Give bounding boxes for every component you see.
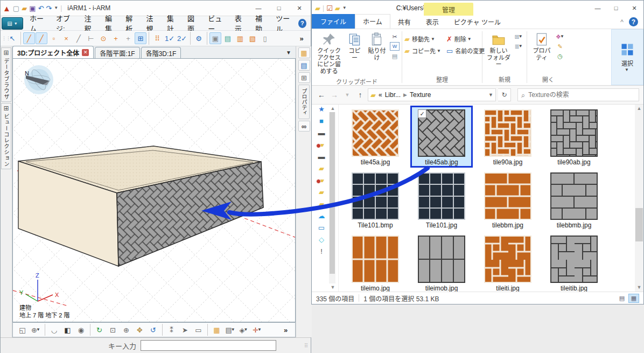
- refresh-button[interactable]: ↻: [498, 88, 511, 101]
- toolbar-overflow-icon[interactable]: »: [296, 32, 307, 44]
- search-input[interactable]: [528, 91, 635, 99]
- document-tab-2[interactable]: 各階3D:1F: [141, 47, 181, 58]
- folder-alert2-icon[interactable]: ▰: [319, 177, 324, 184]
- address-dropdown-icon[interactable]: ▼: [488, 92, 493, 98]
- breadcrumb-prefix[interactable]: «: [379, 91, 382, 99]
- hide-eye-icon[interactable]: ◡: [48, 324, 60, 336]
- back-button[interactable]: ←: [316, 91, 327, 99]
- nav-scroll-up-icon[interactable]: ▲: [329, 106, 337, 111]
- view-cube-icon[interactable]: ◱: [16, 324, 29, 336]
- erase-x-icon[interactable]: ×: [60, 32, 72, 44]
- resize-grip[interactable]: ⠿: [304, 343, 309, 349]
- delete-button[interactable]: ✗削除▼: [446, 34, 485, 43]
- history-icon[interactable]: ◷: [555, 52, 565, 60]
- file-item[interactable]: tile90ab.jpg: [543, 106, 605, 168]
- help-icon[interactable]: ?: [298, 19, 306, 28]
- file-scrollbar[interactable]: ▲ ▼: [635, 105, 643, 292]
- ribbon-tab-0[interactable]: ファイル: [312, 14, 355, 29]
- zoom-extents-icon[interactable]: ⊡: [107, 324, 119, 336]
- menu-item-11[interactable]: ツール: [271, 16, 298, 30]
- cut-icon[interactable]: ✂: [390, 32, 400, 41]
- grid-clock-icon[interactable]: ⊕▼: [30, 324, 42, 336]
- minimize-button[interactable]: —: [249, 2, 268, 14]
- menu-item-3[interactable]: 編集: [101, 16, 121, 30]
- manage-context-label[interactable]: 管理: [424, 3, 473, 16]
- properties-button[interactable]: プロパティ: [529, 31, 554, 62]
- open-folder-icon[interactable]: ▰: [22, 5, 27, 12]
- file-item[interactable]: Tile101.bmp: [344, 169, 407, 231]
- save-icon[interactable]: ▣: [29, 5, 36, 12]
- ribbon-tab-1[interactable]: ホーム: [355, 14, 390, 29]
- check-1-icon[interactable]: 1✓: [164, 32, 176, 44]
- viewport-toolbar-overflow-icon[interactable]: »: [279, 324, 292, 336]
- select-box-icon[interactable]: ▧: [247, 32, 258, 44]
- file-item[interactable]: Tile101.jpg: [410, 169, 473, 231]
- snap-center-icon[interactable]: +: [122, 32, 134, 44]
- rename-button[interactable]: ▭名前の変更: [446, 46, 485, 55]
- maximize-button[interactable]: □: [270, 2, 288, 14]
- folder-alert-icon[interactable]: ▰: [319, 141, 324, 148]
- new-document-icon[interactable]: ▢: [13, 5, 19, 12]
- menu-item-1[interactable]: オブジ:: [52, 16, 80, 30]
- app-menu-button[interactable]: ▤▼: [2, 17, 23, 30]
- file-item[interactable]: tile90a.jpg: [477, 106, 539, 168]
- folder2-icon[interactable]: ▰: [319, 189, 324, 196]
- tab-list-dropdown-icon[interactable]: ▼: [286, 50, 291, 56]
- material-icon[interactable]: ▦: [298, 47, 310, 58]
- paste-shortcut-icon[interactable]: ▤: [390, 52, 400, 60]
- menu-item-4[interactable]: 解析: [121, 16, 142, 30]
- folder-icon[interactable]: ▰: [335, 5, 340, 12]
- select-button[interactable]: 選択▼: [611, 29, 643, 85]
- document-tab-0[interactable]: 3D:プロジェクト全体✕: [12, 46, 94, 58]
- draw-perp-icon[interactable]: ⊢: [85, 32, 97, 44]
- key-input-field[interactable]: [141, 340, 276, 351]
- flythrough-icon[interactable]: ➤: [179, 324, 191, 336]
- overflow-icon[interactable]: !: [320, 248, 323, 255]
- new-item-icon[interactable]: ⊞▼: [514, 32, 523, 41]
- axis-menu-icon[interactable]: ✛▼: [251, 324, 263, 336]
- copy-button[interactable]: コピー: [345, 31, 364, 62]
- dropbox-icon[interactable]: ■: [319, 117, 324, 124]
- file-item[interactable]: tile45a.jpg: [344, 106, 407, 168]
- open-with-icon[interactable]: ❖▼: [555, 32, 565, 41]
- file-item[interactable]: ✓ tile45ab.jpg: [410, 106, 473, 168]
- details-view-icon[interactable]: ▤: [617, 294, 627, 303]
- ribbon-tab-3[interactable]: 表示: [418, 15, 446, 29]
- properties-panel-tab[interactable]: プロパティ: [298, 85, 310, 119]
- select-cursor-icon[interactable]: ↖: [6, 32, 18, 44]
- file-item[interactable]: tileitib.jpg: [543, 232, 605, 292]
- move-to-button[interactable]: ▰移動先▼: [404, 34, 441, 43]
- paste-button[interactable]: 貼り付け: [365, 31, 389, 62]
- properties-check-icon[interactable]: ☑: [326, 5, 333, 12]
- menu-item-9[interactable]: 表示: [230, 16, 251, 30]
- menu-item-10[interactable]: 補助: [251, 16, 271, 30]
- draw-polyline-icon[interactable]: ╱: [36, 32, 47, 44]
- pin-to-quick-access-button[interactable]: クイック アクセスにピン留めする: [314, 31, 344, 76]
- select-color-icon[interactable]: ▤: [222, 32, 234, 44]
- file-item[interactable]: tileimob.jpg: [410, 232, 473, 292]
- file-item[interactable]: tileimo.jpg: [344, 232, 407, 292]
- onedrive-cloud-icon[interactable]: ☁: [318, 212, 325, 219]
- dot-grid-icon[interactable]: ⠿: [151, 32, 163, 44]
- help-icon[interactable]: ?: [629, 17, 638, 26]
- selected-checkbox[interactable]: ✓: [418, 109, 426, 118]
- left-panel-tab-1[interactable]: ⊞ビューコレクション: [1, 103, 11, 169]
- undo-icon[interactable]: ↶: [38, 5, 44, 12]
- layout-tiles-icon[interactable]: ▦: [211, 324, 223, 336]
- ribbon-collapse-icon[interactable]: ^: [620, 18, 624, 26]
- address-box[interactable]: ▰ « Libr... ▶ Texture ▼: [368, 88, 496, 101]
- folder1-icon[interactable]: ▰: [319, 165, 324, 172]
- maximize-button[interactable]: □: [607, 2, 625, 14]
- scroll-up-icon[interactable]: ▲: [635, 106, 643, 111]
- menu-item-0[interactable]: ホーム: [25, 16, 52, 30]
- show-eye-icon[interactable]: ◉: [75, 324, 87, 336]
- select-element-icon[interactable]: ▣: [209, 32, 221, 44]
- redo-icon[interactable]: ↷: [46, 5, 52, 12]
- select-frame-icon[interactable]: ▥: [234, 32, 246, 44]
- qat-dropdown-icon[interactable]: ▼: [54, 6, 58, 10]
- walk-icon[interactable]: ⁑: [165, 324, 178, 336]
- tab-close-icon[interactable]: ✕: [82, 49, 89, 56]
- drive2-icon[interactable]: ▬: [318, 153, 325, 160]
- document-tab-1[interactable]: 各階平面:1F: [95, 47, 139, 58]
- up-button[interactable]: ↑: [355, 91, 366, 99]
